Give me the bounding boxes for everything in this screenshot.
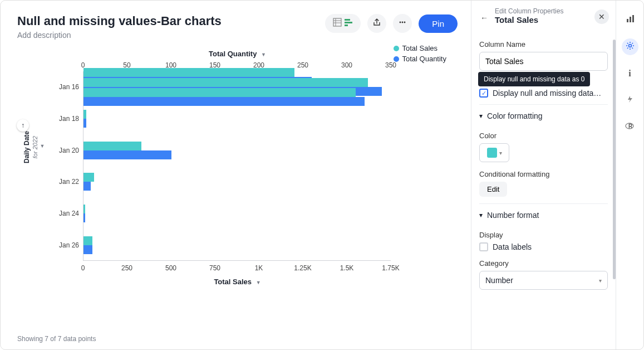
view-mode-toggle[interactable] — [325, 14, 361, 33]
app-window: Null and missing values-Bar charts Add d… — [0, 0, 644, 350]
arrow-up-icon: ↑ — [21, 121, 24, 129]
legend-dot-icon — [394, 56, 399, 62]
bar-chart-icon — [626, 14, 635, 26]
bar-sales[interactable] — [83, 236, 92, 245]
plot-area[interactable]: ↑ Daily Date for 2022 ▼ Jan 16Jan 18Jan … — [83, 71, 391, 261]
bar-sales[interactable] — [83, 78, 368, 87]
panel-title: Total Sales — [495, 15, 563, 25]
color-swatch — [487, 148, 497, 158]
header: Null and missing values-Bar charts Add d… — [17, 14, 458, 40]
share-button[interactable] — [367, 14, 386, 33]
close-button[interactable]: ✕ — [594, 9, 609, 24]
header-actions: Pin — [325, 14, 458, 33]
section-title: Color formatting — [487, 111, 543, 120]
axis-title-label: Total Sales — [214, 278, 252, 286]
chart-title[interactable]: Null and missing values-Bar charts — [17, 14, 222, 28]
info-icon: i — [628, 69, 631, 79]
data-labels-checkbox-row[interactable]: Data labels — [479, 242, 608, 251]
axis-tick: 0 — [81, 264, 85, 272]
legend-label: Total Quantity — [402, 55, 447, 63]
table-icon — [333, 18, 342, 29]
bar-quantity[interactable] — [83, 245, 92, 254]
bar-quantity[interactable] — [83, 119, 86, 128]
chart-description[interactable]: Add description — [17, 31, 222, 40]
r-icon: R — [625, 122, 635, 132]
panel-body: Column Name Display null and missing dat… — [471, 31, 616, 349]
display-label: Display — [479, 231, 608, 239]
properties-panel: ← Edit Column Properties Total Sales ✕ C… — [471, 1, 616, 349]
axis-tick: 750 — [209, 264, 220, 272]
bolt-icon — [626, 95, 634, 105]
y-axis-tick: Jan 18 — [35, 104, 79, 134]
chart-icon — [344, 18, 353, 29]
svg-rect-4 — [345, 19, 350, 21]
bar-sales[interactable] — [83, 88, 356, 97]
back-button[interactable]: ← — [478, 12, 490, 24]
footer-status: Showing 7 of 7 data points — [17, 335, 458, 343]
section-title: Number format — [487, 211, 539, 220]
breadcrumb[interactable]: Edit Column Properties — [495, 7, 563, 15]
svg-point-7 — [400, 22, 401, 23]
axis-title-label: Total Quantity — [209, 50, 257, 58]
column-name-input[interactable] — [479, 52, 608, 71]
svg-text:R: R — [628, 123, 633, 129]
legend-item-sales[interactable]: Total Sales — [394, 44, 447, 52]
axis-tick: 350 — [385, 61, 396, 69]
share-icon — [373, 18, 381, 28]
axis-tick: 300 — [341, 61, 352, 69]
legend-dot-icon — [394, 46, 399, 51]
bar-quantity[interactable] — [83, 150, 171, 159]
rail-chart-button[interactable] — [622, 12, 638, 28]
column-name-label: Column Name — [479, 40, 608, 48]
color-picker[interactable]: ▾ — [479, 143, 509, 162]
axis-tick: 1.75K — [382, 264, 399, 272]
legend-item-qty[interactable]: Total Quantity — [394, 55, 447, 63]
rail-bolt-button[interactable] — [622, 92, 638, 109]
svg-rect-6 — [345, 25, 348, 26]
bottom-axis-ticks: 02505007501K1.25K1.5K1.75K — [83, 264, 391, 274]
bar-sales[interactable] — [83, 205, 85, 213]
edit-conditional-format-button[interactable]: Edit — [479, 182, 507, 197]
top-axis-title[interactable]: Total Quantity ▼ — [17, 50, 458, 58]
bar-sales[interactable] — [83, 68, 294, 77]
svg-rect-11 — [630, 17, 631, 22]
null-display-checkbox-row[interactable]: ✓ Display null and missing data… — [479, 89, 608, 98]
rail-info-button[interactable]: i — [622, 65, 638, 82]
svg-rect-10 — [627, 19, 628, 22]
more-button[interactable] — [393, 14, 412, 33]
category-select[interactable]: Number ▾ — [479, 271, 608, 290]
bar-quantity[interactable] — [83, 97, 365, 106]
rail-settings-button[interactable] — [622, 38, 638, 55]
chevron-down-icon: ▾ — [479, 112, 483, 120]
scrollbar[interactable] — [613, 40, 616, 279]
bar-quantity[interactable] — [83, 182, 91, 191]
checkbox-checked-icon: ✓ — [479, 89, 488, 98]
right-rail: i R — [616, 1, 643, 349]
svg-rect-0 — [333, 18, 341, 26]
svg-rect-12 — [632, 15, 634, 22]
conditional-formatting-label: Conditional formatting — [479, 170, 608, 178]
bar-sales[interactable] — [83, 110, 86, 119]
checkbox-label: Display null and missing data… — [493, 89, 601, 98]
bottom-axis-title[interactable]: Total Sales ▼ — [17, 278, 458, 286]
number-format-section[interactable]: ▾ Number format — [479, 203, 608, 226]
checkbox-label: Data labels — [493, 242, 532, 251]
bar-sales[interactable] — [83, 142, 141, 150]
color-formatting-section[interactable]: ▾ Color formatting — [479, 104, 608, 127]
legend-label: Total Sales — [402, 44, 438, 52]
svg-point-9 — [404, 22, 406, 23]
axis-title-label: Daily Date — [23, 131, 31, 163]
svg-point-8 — [402, 22, 404, 23]
svg-point-13 — [628, 45, 631, 47]
color-label: Color — [479, 132, 608, 140]
pin-button[interactable]: Pin — [419, 14, 458, 33]
chevron-down-icon: ▾ — [479, 211, 483, 219]
axis-tick: 1K — [255, 264, 263, 272]
y-axis-tick: Jan 22 — [35, 167, 79, 197]
axis-tick: 1.5K — [340, 264, 354, 272]
bar-quantity[interactable] — [83, 213, 85, 222]
rail-r-button[interactable]: R — [622, 119, 638, 135]
bar-sales[interactable] — [83, 173, 94, 182]
scroll-up-button[interactable]: ↑ — [17, 119, 29, 132]
chevron-down-icon: ▼ — [261, 52, 266, 57]
